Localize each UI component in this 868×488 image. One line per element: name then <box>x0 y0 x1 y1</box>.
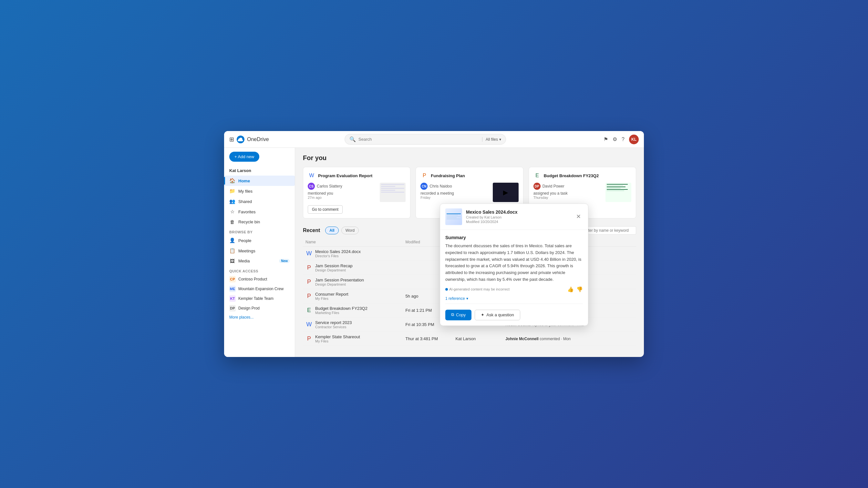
add-new-button[interactable]: + Add new <box>229 152 259 162</box>
ask-question-button[interactable]: ✦ Ask a question <box>475 310 520 320</box>
card-thumbnail <box>606 183 631 202</box>
recent-filters: All Word <box>325 227 359 234</box>
sidebar-item-favorites[interactable]: ☆ Favorites <box>224 206 295 217</box>
topbar: ⊞ OneDrive 🔍 All files ▾ ⚑ ⚙ ? KL <box>224 131 644 148</box>
card-time: Thursday <box>533 196 602 199</box>
meetings-icon: 📋 <box>229 248 235 254</box>
ai-popup-body: Summary The document discusses the sales… <box>440 230 588 325</box>
chevron-down-icon: ▾ <box>466 296 468 301</box>
topbar-right: ⚑ ⚙ ? KL <box>603 135 639 144</box>
file-name: Jam Session Presentation <box>315 278 364 283</box>
sidebar-item-my-files[interactable]: 📁 My files <box>224 186 295 196</box>
quick-access-design[interactable]: DP Design Prod <box>224 303 295 313</box>
design-icon: DP <box>229 305 236 312</box>
settings-icon[interactable]: ⚙ <box>613 136 617 142</box>
sidebar-item-media[interactable]: 🖼 Media New <box>224 256 295 266</box>
ppt-icon: P <box>306 293 313 299</box>
search-bar[interactable]: 🔍 All files ▾ <box>345 134 506 144</box>
main-layout: + Add new Kat Larson 🏠 Home 📁 My files 👥… <box>224 148 644 357</box>
popup-file-created: Created by Kat Larson <box>466 215 570 219</box>
onedrive-logo <box>237 135 244 143</box>
folder-icon: 📁 <box>229 188 235 194</box>
media-badge: New <box>279 259 290 263</box>
filter-search-input[interactable] <box>581 226 636 235</box>
search-input[interactable] <box>359 137 479 142</box>
card-user-avatar: DP <box>533 183 540 190</box>
app-name: OneDrive <box>247 136 269 142</box>
quick-access-label: Quick Access <box>224 266 295 274</box>
excel-doc-icon: E <box>533 172 541 180</box>
people-icon: 👤 <box>229 237 235 243</box>
card-title: Budget Breakdown FY23Q2 <box>544 173 599 178</box>
card-action: recorded a meeting <box>421 191 489 196</box>
card-time: Friday <box>421 196 489 199</box>
recent-title: Recent <box>303 228 320 233</box>
file-location: Director's Files <box>315 254 361 258</box>
search-scope[interactable]: All files ▾ <box>482 137 501 142</box>
popup-file-modified: Modified 10/20/2024 <box>466 220 570 224</box>
chevron-down-icon: ▾ <box>499 137 501 142</box>
filter-word-button[interactable]: Word <box>341 227 359 234</box>
ai-dot <box>445 288 448 291</box>
sidebar-item-recycle-bin[interactable]: 🗑 Recycle bin <box>224 217 295 227</box>
content-area: For you W Program Evaluation Report CS C… <box>295 148 644 357</box>
file-name: Kempler State Shareout <box>315 334 360 339</box>
card-title: Fundraising Plan <box>431 173 465 178</box>
media-icon: 🖼 <box>229 258 235 264</box>
sidebar-user: Kat Larson <box>224 167 295 175</box>
popup-action-buttons: ⧉ Copy ✦ Ask a question <box>445 307 583 320</box>
table-row[interactable]: P Kempler State Shareout My Files Thur a… <box>303 332 636 346</box>
foryou-card-program-eval[interactable]: W Program Evaluation Report CS Carlos Sl… <box>303 167 410 219</box>
ai-disclaimer: AI-generated content may be incorrect <box>445 288 509 291</box>
ppt-icon: P <box>306 264 313 271</box>
card-user-name: David Power <box>542 184 564 189</box>
sidebar-item-meetings[interactable]: 📋 Meetings <box>224 246 295 256</box>
summary-text: The document discusses the sales of tire… <box>445 243 583 283</box>
shared-icon: 👥 <box>229 198 235 204</box>
popup-close-button[interactable]: ✕ <box>574 212 583 221</box>
more-places-link[interactable]: More places... <box>224 313 295 321</box>
thumbs-down-button[interactable]: 👎 <box>577 286 583 292</box>
quick-access-kempler[interactable]: KT Kempler Table Team <box>224 294 295 303</box>
sidebar-item-home[interactable]: 🏠 Home <box>224 175 295 186</box>
card-thumbnail: ▶ <box>493 183 519 202</box>
copy-button[interactable]: ⧉ Copy <box>445 310 471 320</box>
grid-icon[interactable]: ⊞ <box>229 136 234 143</box>
sidebar-item-people[interactable]: 👤 People <box>224 235 295 246</box>
sidebar-item-shared[interactable]: 👥 Shared <box>224 196 295 206</box>
filter-all-button[interactable]: All <box>325 227 338 234</box>
help-icon[interactable]: ? <box>622 136 624 142</box>
topbar-left: ⊞ OneDrive <box>229 135 294 143</box>
card-thumbnail <box>380 183 406 202</box>
go-to-comment-button[interactable]: Go to comment <box>308 205 343 214</box>
flag-icon[interactable]: ⚑ <box>603 136 608 142</box>
card-user-name: Chris Naidoo <box>430 184 452 189</box>
card-title: Program Evaluation Report <box>318 173 372 178</box>
ai-rating-actions: 👍 👎 <box>567 286 583 292</box>
recycle-icon: 🗑 <box>229 219 235 225</box>
kempler-icon: KT <box>229 295 236 302</box>
quick-access-contoso[interactable]: CP Contoso Product <box>224 274 295 284</box>
word-doc-icon: W <box>308 172 315 180</box>
avatar[interactable]: KL <box>629 135 639 144</box>
popup-file-info: Mexico Sales 2024.docx Created by Kat La… <box>466 209 570 224</box>
search-icon: 🔍 <box>349 136 356 142</box>
home-icon: 🏠 <box>229 178 235 184</box>
reference-link[interactable]: 1 reference ▾ <box>445 294 583 304</box>
file-location: Contractor Services <box>315 325 352 329</box>
ai-footer: AI-generated content may be incorrect 👍 … <box>445 283 583 294</box>
card-action: mentioned you <box>308 191 376 196</box>
file-location: My Files <box>315 339 360 343</box>
card-user-avatar: CS <box>308 183 315 190</box>
browse-by-label: Browse by <box>224 227 295 235</box>
quick-access-mountain[interactable]: ME Mountain Expansion Crew <box>224 284 295 294</box>
popup-file-name: Mexico Sales 2024.docx <box>466 209 570 215</box>
file-location: My Files <box>315 297 348 300</box>
file-name: Mexico Sales 2024.docx <box>315 249 361 254</box>
ppt-icon: P <box>306 279 313 285</box>
ppt-doc-icon: P <box>421 172 428 180</box>
file-location: Marketing Files <box>315 311 368 315</box>
file-location: Design Department <box>315 268 352 272</box>
thumbs-up-button[interactable]: 👍 <box>567 286 574 292</box>
excel-icon: E <box>306 307 313 314</box>
